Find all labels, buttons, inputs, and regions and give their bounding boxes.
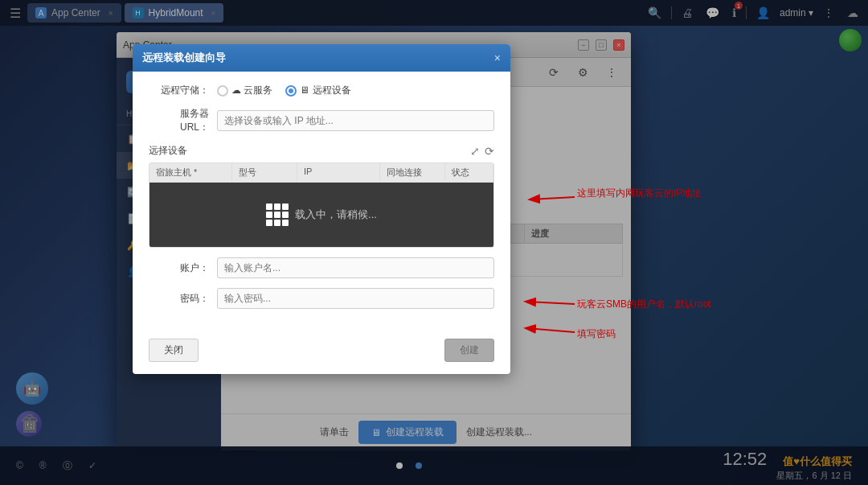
- device-area-header: 远择设备 ⤢ ⟳: [149, 144, 494, 158]
- device-table-header: 宿旅主机 * 型号 IP 同地连接 状态: [149, 163, 493, 183]
- radio-remote-device[interactable]: 🖥 远程设备: [285, 84, 350, 97]
- close-dialog-button[interactable]: 关闭: [149, 339, 199, 362]
- radio-group: ☁ 云服务 🖥 远程设备: [217, 84, 351, 97]
- device-area-icons: ⤢ ⟳: [470, 145, 494, 158]
- col-ip: IP: [297, 163, 380, 182]
- dot9: [282, 220, 289, 226]
- loading-indicator: 载入中，请稍候...: [266, 203, 377, 226]
- loading-grid-icon: [266, 203, 289, 226]
- dot6: [282, 212, 289, 218]
- dialog-close-icon[interactable]: ×: [494, 51, 501, 64]
- radio-device-circle: [285, 85, 297, 97]
- col-status: 状态: [445, 163, 493, 182]
- dot4: [266, 212, 272, 218]
- dot8: [274, 220, 280, 226]
- col-local: 同地连接: [380, 163, 445, 182]
- dialog-titlebar: 远程装载创建向导 ×: [133, 44, 510, 72]
- device-table-body: 载入中，请稍候...: [149, 183, 493, 247]
- dot7: [266, 220, 272, 226]
- radio-device-label: 🖥 远程设备: [300, 84, 350, 97]
- create-wizard-dialog: 远程装载创建向导 × 远程守储： ☁ 云服务 🖥 远程设备: [133, 44, 510, 374]
- dot5: [274, 212, 280, 218]
- loading-text: 载入中，请稍候...: [295, 208, 377, 222]
- radio-cloud-label: ☁ 云服务: [231, 84, 272, 97]
- expand-icon[interactable]: ⤢: [470, 145, 480, 158]
- dialog-title: 远程装载创建向导: [142, 51, 226, 65]
- username-input[interactable]: [217, 257, 494, 278]
- username-row: 账户：: [149, 257, 494, 278]
- server-url-input[interactable]: [217, 110, 494, 131]
- dot3: [282, 203, 289, 210]
- radio-cloud-service[interactable]: ☁ 云服务: [217, 84, 272, 97]
- remote-storage-row: 远程守储： ☁ 云服务 🖥 远程设备: [149, 84, 494, 97]
- dot2: [274, 203, 280, 210]
- col-model: 型号: [232, 163, 297, 182]
- radio-cloud-circle: [217, 85, 228, 97]
- select-device-section: 远择设备 ⤢ ⟳ 宿旅主机 * 型号 IP 同地连接 状态: [149, 144, 494, 248]
- remote-storage-label: 远程守储：: [149, 84, 209, 97]
- select-device-label: 远择设备: [149, 144, 187, 158]
- create-dialog-button[interactable]: 创建: [444, 339, 494, 362]
- dialog-overlay: 远程装载创建向导 × 远程守储： ☁ 云服务 🖥 远程设备: [0, 0, 868, 485]
- dot1: [266, 203, 272, 210]
- username-label: 账户：: [149, 261, 209, 275]
- password-input[interactable]: [217, 288, 494, 309]
- server-url-label: 服务器 URL：: [149, 107, 209, 134]
- password-label: 密码：: [149, 292, 209, 306]
- password-row: 密码：: [149, 288, 494, 309]
- dialog-footer: 关闭 创建: [133, 331, 510, 374]
- device-area: 宿旅主机 * 型号 IP 同地连接 状态: [149, 162, 494, 248]
- server-url-row: 服务器 URL：: [149, 107, 494, 134]
- desktop: ☰ A App Center × H HybridMount × 🔍 🖨 💬 ℹ…: [0, 0, 868, 485]
- refresh-device-icon[interactable]: ⟳: [485, 145, 494, 158]
- dialog-body: 远程守储： ☁ 云服务 🖥 远程设备 服务器 URL：: [133, 72, 510, 331]
- col-host: 宿旅主机 *: [149, 163, 232, 182]
